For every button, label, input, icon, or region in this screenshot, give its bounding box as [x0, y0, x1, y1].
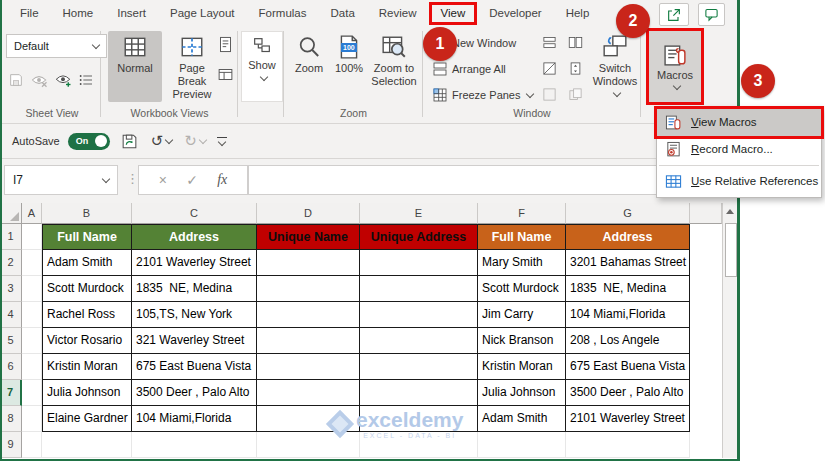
cancel-entry-icon[interactable]: × [159, 172, 167, 188]
custom-views-button[interactable] [216, 65, 234, 83]
row-header-9[interactable]: 9 [0, 432, 22, 458]
cell-D7[interactable] [257, 380, 360, 406]
tab-review[interactable]: Review [367, 2, 429, 25]
cell-C7[interactable]: 3500 Deer , Palo Alto [132, 380, 257, 406]
cell-D8[interactable] [257, 406, 360, 432]
column-header-G[interactable]: G [566, 203, 690, 224]
cell-E4[interactable] [360, 302, 478, 328]
cell-D3[interactable] [257, 276, 360, 302]
comments-button[interactable] [698, 3, 725, 26]
tab-data[interactable]: Data [319, 2, 367, 25]
exit-sheet-view-icon[interactable] [30, 71, 48, 89]
cell-D5[interactable] [257, 328, 360, 354]
tab-page-layout[interactable]: Page Layout [158, 2, 247, 25]
tab-view[interactable]: View [429, 2, 478, 25]
vertical-scrollbar[interactable] [722, 203, 737, 458]
cell-C4[interactable]: 105,TS, New York [132, 302, 257, 328]
cell-C3[interactable]: 1835 NE, Medina [132, 276, 257, 302]
new-sheet-view-icon[interactable] [54, 71, 72, 89]
cell-F5[interactable]: Nick Branson [478, 328, 566, 354]
tab-insert[interactable]: Insert [105, 2, 158, 25]
scrollbar-thumb[interactable] [725, 223, 737, 277]
cell-F1[interactable]: Full Name [478, 224, 566, 250]
cell-E9[interactable] [360, 432, 478, 458]
row-header-2[interactable]: 2 [0, 250, 22, 276]
share-button[interactable] [659, 3, 689, 26]
cell-C1[interactable]: Address [132, 224, 257, 250]
cell-G1[interactable]: Address [566, 224, 690, 250]
cell-F4[interactable]: Jim Carry [478, 302, 566, 328]
cell-E3[interactable] [360, 276, 478, 302]
cell-A2[interactable] [22, 250, 42, 276]
normal-view-button[interactable]: Normal [108, 31, 162, 102]
arrange-all-button[interactable]: Arrange All [432, 61, 506, 77]
row-header-7[interactable]: 7 [0, 380, 22, 406]
autosave-toggle[interactable]: On [68, 133, 110, 150]
cell-G7[interactable]: 3500 Deer , Palo Alto [566, 380, 690, 406]
cell-B3[interactable]: Scott Murdock [42, 276, 132, 302]
cell-H7[interactable] [690, 380, 722, 406]
tab-developer[interactable]: Developer [477, 2, 553, 25]
cell-D9[interactable] [257, 432, 360, 458]
cell-H6[interactable] [690, 354, 722, 380]
freeze-panes-button[interactable]: Freeze Panes [432, 87, 533, 103]
cell-G3[interactable]: 1835 NE, Medina [566, 276, 690, 302]
tab-file[interactable]: File [8, 2, 51, 25]
chevron-down-icon[interactable] [165, 136, 173, 144]
cell-E1[interactable]: Unique Address [360, 224, 478, 250]
cell-E6[interactable] [360, 354, 478, 380]
cell-F7[interactable]: Julia Johnson [478, 380, 566, 406]
cell-A9[interactable] [22, 432, 42, 458]
cell-B1[interactable]: Full Name [42, 224, 132, 250]
cell-D4[interactable] [257, 302, 360, 328]
zoom-button[interactable]: Zoom [291, 31, 327, 102]
cell-D1[interactable]: Unique Name [257, 224, 360, 250]
cell-D2[interactable] [257, 250, 360, 276]
zoom-100-button[interactable]: 100 100% [331, 31, 367, 102]
cell-A8[interactable] [22, 406, 42, 432]
cell-E8[interactable] [360, 406, 478, 432]
cell-A4[interactable] [22, 302, 42, 328]
undo-icon[interactable]: ↺ [151, 132, 164, 150]
customize-qat-icon[interactable] [216, 137, 228, 146]
cell-G5[interactable]: 208 , Los Angele [566, 328, 690, 354]
cell-G8[interactable]: 2101 Waverley Street [566, 406, 690, 432]
cell-G2[interactable]: 3201 Bahamas Street [566, 250, 690, 276]
hide-button[interactable] [540, 59, 558, 77]
cell-H3[interactable] [690, 276, 722, 302]
cell-G6[interactable]: 675 East Buena Vista [566, 354, 690, 380]
cell-E2[interactable] [360, 250, 478, 276]
cell-C9[interactable] [132, 432, 257, 458]
cell-H2[interactable] [690, 250, 722, 276]
cell-G9[interactable] [566, 432, 690, 458]
cell-H8[interactable] [690, 406, 722, 432]
cell-B2[interactable]: Adam Smith [42, 250, 132, 276]
select-all-corner[interactable] [0, 203, 22, 224]
cell-H4[interactable] [690, 302, 722, 328]
cell-F2[interactable]: Mary Smith [478, 250, 566, 276]
cell-F8[interactable]: Adam Smith [478, 406, 566, 432]
reset-window-position-button[interactable] [566, 85, 584, 103]
row-header-6[interactable]: 6 [0, 354, 22, 380]
cell-B4[interactable]: Rachel Ross [42, 302, 132, 328]
cell-G4[interactable]: 104 Miami,Florida [566, 302, 690, 328]
show-button[interactable]: Show [241, 31, 283, 102]
confirm-entry-icon[interactable]: ✓ [186, 172, 198, 188]
cell-A6[interactable] [22, 354, 42, 380]
scroll-up-button[interactable] [723, 203, 737, 220]
menu-item-view-macros[interactable]: View Macros [657, 109, 821, 136]
cell-C2[interactable]: 2101 Waverley Street [132, 250, 257, 276]
cell-C8[interactable]: 104 Miami,Florida [132, 406, 257, 432]
column-header-F[interactable]: F [478, 203, 566, 224]
cell-A1[interactable] [22, 224, 42, 250]
column-header-C[interactable]: C [132, 203, 257, 224]
tab-help[interactable]: Help [554, 2, 602, 25]
insert-function-icon[interactable]: fx [217, 172, 227, 188]
cell-A7[interactable] [22, 380, 42, 406]
cell-A5[interactable] [22, 328, 42, 354]
cell-B7[interactable]: Julia Johnson [42, 380, 132, 406]
cell-B8[interactable]: Elaine Gardner [42, 406, 132, 432]
menu-item-record-macro[interactable]: Record Macro... [657, 136, 821, 163]
column-header-E[interactable]: E [360, 203, 478, 224]
row-header-5[interactable]: 5 [0, 328, 22, 354]
